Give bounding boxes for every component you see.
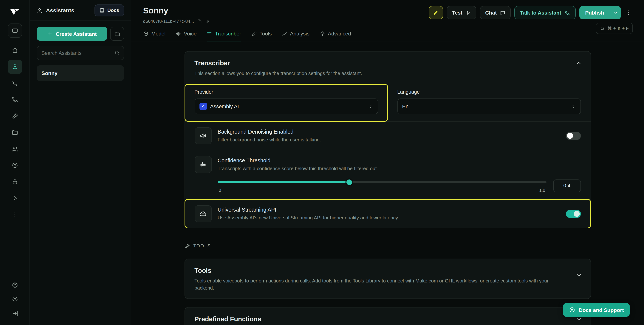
search-shortcut-button[interactable]: ⌘ + ⇧ + F: [596, 23, 633, 34]
slider-min-label: 0: [219, 188, 221, 192]
docs-and-support-label: Docs and Support: [579, 307, 624, 313]
assistant-folders-button[interactable]: [110, 27, 124, 41]
workspace-switcher-button[interactable]: [8, 23, 22, 38]
vapi-logo[interactable]: [7, 5, 22, 18]
select-caret-icon: [570, 103, 576, 109]
observe-nav-button[interactable]: [8, 158, 22, 172]
security-nav-button[interactable]: [8, 175, 22, 189]
header-more-button[interactable]: [624, 6, 633, 19]
language-select[interactable]: En: [397, 98, 581, 114]
tab-analysis[interactable]: Analysis: [282, 26, 310, 41]
lock-icon: [12, 178, 18, 185]
rail-nav: [8, 42, 22, 223]
assistant-search: [36, 46, 124, 60]
gear-icon: [12, 296, 18, 303]
slider-knob[interactable]: [346, 179, 352, 185]
universal-streaming-description: Use Assembly AI's new Universal Streamin…: [218, 215, 566, 221]
chevron-down-icon: [613, 10, 618, 15]
provider-select[interactable]: Assembly AI: [194, 98, 378, 114]
talk-to-assistant-button[interactable]: Talk to Assistant: [514, 6, 576, 19]
publish-split-button: Publish: [580, 6, 621, 19]
toggle-knob: [574, 211, 580, 217]
help-circle-icon: [12, 282, 18, 289]
edit-assistant-button[interactable]: [429, 6, 443, 19]
folder-icon: [114, 31, 120, 37]
universal-streaming-toggle[interactable]: [566, 210, 581, 218]
test-suites-nav-button[interactable]: [8, 191, 22, 205]
tab-transcriber-label: Transcriber: [215, 30, 241, 36]
chat-circle-icon: [569, 307, 576, 313]
cube-icon: [143, 31, 149, 36]
tab-voice[interactable]: Voice: [176, 26, 197, 41]
settings-button[interactable]: [8, 293, 21, 305]
copy-icon: [198, 19, 202, 24]
workflows-nav-button[interactable]: [8, 76, 22, 90]
squads-nav-button[interactable]: [8, 142, 22, 156]
files-nav-button[interactable]: [8, 125, 22, 140]
home-nav-button[interactable]: [8, 43, 22, 57]
logout-button[interactable]: [8, 308, 21, 320]
assistant-list-item[interactable]: Sonny: [36, 65, 124, 81]
divider-line: [214, 246, 591, 246]
predefined-title: Predefined Functions: [194, 315, 581, 323]
tools-card-header: Tools Tools enable voicebots to perform …: [185, 259, 590, 298]
confidence-slider-zone: 0 1.0: [218, 179, 546, 192]
tab-model[interactable]: Model: [143, 26, 166, 41]
tab-tools[interactable]: Tools: [251, 26, 272, 41]
assistants-nav-button[interactable]: [8, 60, 22, 74]
transcriber-collapse-button[interactable]: [575, 60, 582, 67]
tools-section-divider: TOOLS: [184, 243, 591, 249]
more-nav-button[interactable]: [8, 207, 22, 222]
docs-and-support-button[interactable]: Docs and Support: [563, 303, 630, 317]
predefined-functions-card: Predefined Functions We've pre-built fun…: [184, 307, 591, 325]
create-assistant-button[interactable]: Create Assistant: [36, 27, 107, 41]
language-value: En: [402, 103, 408, 109]
docs-button[interactable]: Docs: [94, 4, 124, 16]
main-area: Sonny d60467f8-111b-477c-84... Test Chat: [131, 0, 644, 325]
confidence-value-box[interactable]: 0.4: [553, 179, 581, 192]
tools-divider-label: TOOLS: [193, 243, 211, 249]
folder-icon: [12, 129, 18, 136]
provider-field: Provider Assembly AI: [185, 84, 388, 121]
help-button[interactable]: [8, 279, 21, 291]
workflow-icon: [12, 80, 18, 87]
copy-id-button[interactable]: [198, 19, 202, 24]
tools-description: Tools enable voicebots to perform action…: [194, 277, 581, 292]
assistant-search-input[interactable]: [36, 46, 124, 60]
test-button-label: Test: [452, 10, 462, 16]
universal-streaming-title: Universal Streaming API: [218, 207, 566, 213]
publish-menu-button[interactable]: [610, 6, 621, 19]
select-caret-icon: [368, 103, 373, 109]
tools-title: Tools: [194, 267, 581, 275]
panel-actions: Create Assistant: [30, 21, 131, 41]
chat-button[interactable]: Chat: [480, 6, 511, 19]
text-lines-icon: [207, 31, 212, 36]
phone-nav-button[interactable]: [8, 92, 22, 107]
assistant-tabs: Model Voice Transcriber Tools Analysis A…: [131, 26, 644, 41]
play-icon: [466, 10, 471, 15]
build-nav-button[interactable]: [8, 109, 22, 123]
transcriber-card: Transcriber This section allows you to c…: [184, 51, 591, 228]
universal-streaming-text: Universal Streaming API Use Assembly AI'…: [218, 207, 566, 221]
background-denoising-toggle[interactable]: [566, 132, 581, 140]
test-button[interactable]: Test: [447, 6, 476, 19]
chat-bubble-icon: [500, 10, 506, 15]
confidence-threshold-title: Confidence Threshold: [218, 157, 581, 163]
tab-transcriber[interactable]: Transcriber: [207, 26, 241, 41]
tools-expand-button[interactable]: [575, 272, 582, 279]
cloud-icon-box: [194, 205, 212, 222]
home-icon: [12, 47, 18, 54]
waveform-icon: [176, 31, 181, 36]
docs-button-label: Docs: [107, 7, 119, 13]
book-icon: [99, 8, 104, 13]
trend-chart-icon: [282, 31, 288, 36]
provider-language-row: Provider Assembly AI Language En: [185, 84, 590, 121]
confidence-threshold-text: Confidence Threshold Transcripts with a …: [218, 157, 581, 171]
publish-button[interactable]: Publish: [580, 6, 610, 19]
link-id-button[interactable]: [206, 19, 210, 24]
transcriber-title: Transcriber: [194, 59, 581, 67]
main-header: Sonny d60467f8-111b-477c-84... Test Chat: [131, 0, 644, 24]
confidence-slider[interactable]: [218, 179, 546, 185]
tab-advanced[interactable]: Advanced: [320, 26, 351, 41]
assistant-id: d60467f8-111b-477c-84...: [143, 19, 194, 24]
